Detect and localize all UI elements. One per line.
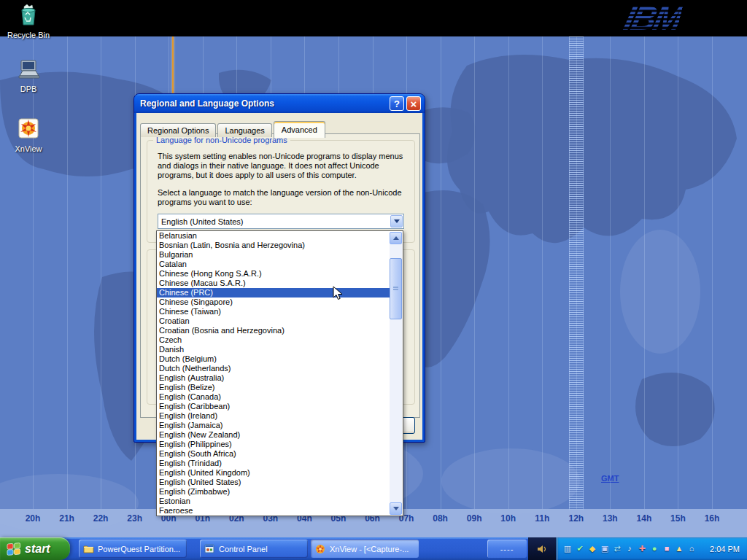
help-button[interactable]: ? [390, 96, 404, 111]
taskbar-button-label: XnView - [<Capture-... [330, 545, 409, 553]
language-option[interactable]: Croatian (Bosnia and Herzegovina) [157, 326, 390, 335]
hour-label: 15h [670, 513, 686, 524]
dialog-titlebar[interactable]: Regional and Language Options ? × [134, 94, 425, 113]
language-option[interactable]: Dutch (Belgium) [157, 354, 390, 364]
antivirus-icon[interactable]: ✚ [636, 537, 648, 560]
language-option[interactable]: English (New Zealand) [157, 430, 390, 440]
desktop-icon-label: Recycle Bin [3, 31, 54, 39]
tray-icon-area: ▥✔◆▣⇄♪✚●■▲⌂ [562, 537, 697, 560]
taskbar-button-icon [204, 544, 215, 554]
language-option[interactable]: Chinese (Hong Kong S.A.R.) [157, 269, 390, 279]
dropdown-scrollbar[interactable] [390, 232, 402, 515]
desktop-icon-xnview[interactable]: XnView [3, 117, 54, 153]
mini-button-label: ---- [500, 545, 514, 553]
language-option[interactable]: Estonian [157, 497, 390, 506]
arrow-down-icon [393, 507, 399, 510]
taskbar-dark-segment[interactable] [528, 537, 556, 560]
language-option[interactable]: Croatian [157, 316, 390, 326]
ibm-logo: IBM [620, 0, 685, 38]
scroll-down-button[interactable] [390, 502, 402, 515]
language-option[interactable]: Faeroese [157, 506, 390, 516]
language-option[interactable]: Danish [157, 345, 390, 354]
graphics-tool-icon[interactable]: ■ [661, 537, 673, 560]
hour-label: 13h [603, 513, 618, 524]
hour-label: 23h [127, 513, 142, 524]
task-button-area: PowerQuest Partition... Control Panel Xn… [79, 540, 419, 558]
timezone-gridline [508, 36, 509, 509]
scroll-up-button[interactable] [390, 232, 402, 244]
language-option[interactable]: Bosnian (Latin, Bosnia and Herzegovina) [157, 241, 390, 250]
language-option[interactable]: English (Belize) [157, 383, 390, 392]
timezone-gridline [441, 36, 441, 509]
close-icon: × [411, 98, 417, 109]
language-option[interactable]: English (Australia) [157, 373, 390, 383]
taskbar-button-label: PowerQuest Partition... [98, 545, 180, 553]
desktop-icon-recycle-bin[interactable]: Recycle Bin [3, 3, 54, 39]
combobox-dropdown-button[interactable] [390, 215, 403, 228]
language-option[interactable]: Catalan [157, 260, 390, 269]
security-check-icon[interactable]: ✔ [574, 537, 586, 560]
chevron-down-icon [394, 219, 400, 223]
language-option[interactable]: English (Ireland) [157, 411, 390, 421]
update-shield-icon[interactable]: ◆ [587, 537, 598, 560]
timezone-gridline [542, 36, 543, 509]
taskbar-button-xnview-capture[interactable]: XnView - [<Capture-... [311, 540, 419, 558]
taskbar-mini-button[interactable]: ---- [487, 540, 527, 558]
mouse-cursor [333, 286, 343, 300]
network-connection-icon[interactable]: ⇄ [611, 537, 623, 560]
timezone-gridline [474, 36, 475, 509]
close-button[interactable]: × [406, 96, 421, 111]
hour-label: 12h [568, 513, 584, 524]
language-option[interactable]: English (Trinidad) [157, 459, 390, 468]
hour-label: 22h [93, 513, 109, 524]
taskbar-button-icon [83, 544, 94, 554]
timezone-gridline [67, 36, 68, 509]
hour-label: 21h [59, 513, 74, 524]
scheduler-icon[interactable]: ▲ [673, 537, 685, 560]
language-option[interactable]: English (Philippines) [157, 440, 390, 449]
desktop-icon-dpb[interactable]: DPB [3, 58, 54, 93]
tab-languages[interactable]: Languages [217, 123, 271, 137]
language-option[interactable]: English (South Africa) [157, 449, 390, 459]
xnview-icon [17, 117, 40, 140]
language-option[interactable]: English (Jamaica) [157, 421, 390, 430]
taskbar-clock[interactable]: 2:04 PM [710, 545, 747, 553]
windows-flag-icon [7, 542, 21, 556]
language-option[interactable]: Bulgarian [157, 250, 390, 260]
language-option[interactable]: Chinese (Taiwan) [157, 307, 390, 316]
language-option[interactable]: Belarusian [157, 231, 390, 241]
volume-icon[interactable]: ♪ [624, 537, 635, 560]
start-button[interactable]: start [0, 537, 70, 560]
messenger-icon[interactable]: ● [649, 537, 660, 560]
language-option[interactable]: Dutch (Netherlands) [157, 364, 390, 373]
hour-label: 09h [467, 513, 482, 524]
power-meter-icon[interactable]: ▥ [562, 537, 573, 560]
tab-advanced[interactable]: Advanced [274, 121, 325, 138]
timezone-gridline [610, 36, 611, 509]
language-option[interactable]: Chinese (Singapore) [157, 298, 390, 307]
language-option[interactable]: English (United States) [157, 478, 390, 487]
tab-label: Languages [225, 126, 264, 135]
home-network-icon[interactable]: ⌂ [686, 537, 697, 560]
language-option[interactable]: Chinese (PRC) [157, 288, 390, 298]
hour-label: 20h [26, 513, 41, 524]
language-option[interactable]: English (Caribbean) [157, 402, 390, 411]
tab-label: Advanced [282, 125, 317, 134]
language-option[interactable]: Czech [157, 335, 390, 345]
taskbar-button-control-panel[interactable]: Control Panel [200, 540, 308, 558]
language-combobox[interactable]: English (United States) [158, 214, 404, 229]
display-settings-icon[interactable]: ▣ [599, 537, 611, 560]
language-option[interactable]: English (Canada) [157, 392, 390, 402]
start-button-label: start [25, 542, 50, 556]
language-option[interactable]: English (United Kingdom) [157, 468, 390, 478]
language-option[interactable]: English (Zimbabwe) [157, 487, 390, 497]
timezone-gridline [712, 36, 713, 509]
tab-regional-options[interactable]: Regional Options [140, 123, 216, 137]
taskbar-button-powerquest-partition[interactable]: PowerQuest Partition... [79, 540, 187, 558]
scrollbar-thumb[interactable] [390, 258, 402, 319]
hour-label: 10h [500, 513, 516, 524]
language-option[interactable]: Chinese (Macau S.A.R.) [157, 279, 390, 288]
timezone-gridline [644, 36, 645, 509]
tab-strip: Regional Options Languages Advanced [140, 120, 327, 136]
combobox-value: English (United States) [158, 217, 390, 226]
